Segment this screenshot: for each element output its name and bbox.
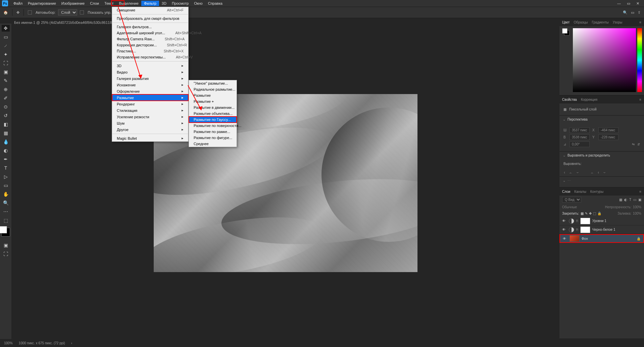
layer-row-selected[interactable]: 👁 Фон 🔒 (559, 234, 644, 243)
filter-image-icon[interactable]: ▦ (619, 198, 622, 202)
fg-bg-swatch[interactable] (562, 28, 570, 36)
width-field[interactable]: 3537 пикс (569, 127, 590, 133)
blur-box[interactable]: Размытие по рамке... (189, 129, 237, 135)
panel-menu-icon[interactable]: ≡ (639, 20, 641, 24)
blur-radial[interactable]: Радиальное размытие... (189, 86, 237, 92)
blur-smart[interactable]: "Умное" размытие... (189, 80, 237, 86)
eraser-tool[interactable]: ◧ (2, 121, 10, 128)
pen-tool[interactable]: ✒ (2, 156, 10, 163)
menu-sharpen-sub[interactable]: Усиление резкости▸ (112, 114, 188, 120)
y-field[interactable]: -228 пикс (598, 134, 618, 140)
share-icon[interactable]: ⇧ (638, 10, 641, 15)
panel-menu-icon[interactable]: ≡ (639, 190, 641, 193)
fill-value[interactable]: 100% (633, 212, 641, 215)
tab-color[interactable]: Цвет (562, 20, 569, 24)
morefill-tool[interactable]: ⬚ (2, 217, 10, 224)
shape-tool[interactable]: ▭ (2, 182, 10, 189)
menu-camera-raw[interactable]: Фильтр Camera Raw...Shift+Ctrl+A (112, 36, 188, 42)
layer-row[interactable]: 👁 ⎘ Черно-белое 1 (559, 225, 644, 234)
blur-surface[interactable]: Размытие по поверхности... (189, 123, 237, 129)
menu-vanishing[interactable]: Исправление перспективы...Alt+Ctrl+V (112, 54, 188, 60)
menu-noise-sub[interactable]: Шум▸ (112, 120, 188, 126)
blur-shape[interactable]: Размытие по фигуре... (189, 135, 237, 141)
filter-shape-icon[interactable]: ▭ (633, 198, 636, 202)
menu-blurgallery-sub[interactable]: Галерея размытия▸ (112, 75, 188, 82)
zoom-tool[interactable]: 🔍 (2, 200, 10, 206)
menu-blur-sub[interactable]: Размытие▸ (112, 94, 188, 101)
autoselect-checkbox[interactable] (28, 10, 32, 14)
history-brush-tool[interactable]: ↺ (2, 112, 10, 119)
menu-convert-smart[interactable]: Преобразовать для смарт-фильтров (112, 15, 188, 21)
lock-trans-icon[interactable]: ▦ (581, 212, 584, 215)
layer-row[interactable]: 👁 ⎘ Уровни 1 (559, 217, 644, 225)
heal-tool[interactable]: ⊕ (2, 86, 10, 93)
menu-edit[interactable]: Редактирование (25, 1, 59, 6)
visibility-icon[interactable]: 👁 (563, 237, 567, 241)
tab-gradients[interactable]: Градиенты (592, 20, 608, 24)
menu-video-sub[interactable]: Видео▸ (112, 69, 188, 75)
section-transform[interactable]: Перспектива (559, 115, 644, 123)
maximize-icon[interactable]: ▭ (627, 1, 630, 6)
tab-swatches[interactable]: Образцы (574, 20, 588, 24)
blur-tool[interactable]: 💧 (2, 138, 10, 145)
height-field[interactable]: 3538 пикс (569, 134, 590, 140)
menu-layers[interactable]: Слои (87, 1, 102, 6)
tab-adjust[interactable]: Коррекция (581, 98, 597, 101)
menu-view[interactable]: Просмотр (169, 1, 191, 6)
tab-channels[interactable]: Каналы (574, 190, 586, 193)
blend-mode[interactable]: Обычные (562, 205, 577, 209)
menu-last-filter[interactable]: СмещениеAlt+Ctrl+F (112, 7, 188, 13)
filter-text-icon[interactable]: T (629, 198, 631, 202)
layer-kind-filter[interactable]: Q Вид (562, 197, 581, 203)
menu-pixelate-sub[interactable]: Оформление▸ (112, 88, 188, 94)
zoom-level[interactable]: 100% (4, 341, 13, 345)
menu-help[interactable]: Справка (205, 1, 225, 6)
menu-filter[interactable]: Фильтр (141, 1, 159, 6)
filter-adjust-icon[interactable]: ◐ (624, 198, 627, 202)
lock-move-icon[interactable]: ✥ (589, 212, 592, 215)
lock-nest-icon[interactable]: ⬚ (593, 212, 596, 215)
menu-image[interactable]: Изображение (59, 1, 87, 6)
flip-h-icon[interactable]: ⇋ (632, 142, 635, 146)
flip-v-icon[interactable]: ⇵ (637, 142, 640, 146)
blur-basic[interactable]: Размытие (189, 92, 237, 98)
path-tool[interactable]: ▷ (2, 173, 10, 180)
gradient-tool[interactable]: ▦ (2, 130, 10, 136)
hand-tool[interactable]: ✋ (2, 191, 10, 198)
blur-average[interactable]: Среднее (189, 141, 237, 147)
dodge-tool[interactable]: ◐ (2, 147, 10, 154)
workspace-icon[interactable]: ▭ (631, 10, 634, 15)
x-field[interactable]: -464 пикс (598, 127, 618, 133)
showcontrols-checkbox[interactable] (80, 10, 84, 14)
menu-lens-correction[interactable]: Коррекция дисторсии...Shift+Ctrl+R (112, 42, 188, 48)
blur-lens[interactable]: Размытие объектива... (189, 111, 237, 117)
align-right-icon[interactable]: ⫟ (576, 170, 580, 174)
blur-gaussian[interactable]: Размытие по Гауссу... (189, 117, 237, 123)
section-align[interactable]: Выровнять и распределить (559, 151, 644, 159)
panel-menu-icon[interactable]: ≡ (639, 98, 641, 101)
quickmask-tool[interactable]: ▣ (2, 242, 10, 249)
align-left-icon[interactable]: ⫞ (563, 170, 565, 174)
wand-tool[interactable]: ✦ (2, 51, 10, 58)
stamp-tool[interactable]: ⊙ (2, 103, 10, 110)
menu-select[interactable]: Выделение (116, 1, 141, 6)
lasso-tool[interactable]: ⟋ (2, 42, 10, 49)
angle-field[interactable]: 0,00° (569, 141, 590, 147)
section-more[interactable]: ⋯ (559, 176, 644, 184)
menu-stylize-sub[interactable]: Стилизация▸ (112, 107, 188, 114)
menu-distort-sub[interactable]: Искажение▸ (112, 82, 188, 88)
menu-3d-sub[interactable]: 3D▸ (112, 62, 188, 69)
menu-render-sub[interactable]: Рендеринг▸ (112, 101, 188, 107)
filter-smart-icon[interactable]: ▣ (638, 198, 641, 202)
search-icon[interactable]: 🔍 (623, 10, 628, 15)
color-field[interactable] (573, 28, 636, 92)
brush-tool[interactable]: ✐ (2, 95, 10, 101)
marquee-tool[interactable]: ▭ (2, 34, 10, 40)
menu-file[interactable]: Файл (11, 1, 25, 6)
status-arrow-icon[interactable]: › (71, 341, 72, 345)
frame-tool[interactable]: ▣ (2, 69, 10, 75)
tab-properties[interactable]: Свойства (562, 98, 577, 101)
screenmode-tool[interactable]: ⛶ (2, 251, 10, 257)
eyedropper-tool[interactable]: ✎ (2, 77, 10, 84)
align-top-icon[interactable]: ⫠ (590, 170, 594, 174)
